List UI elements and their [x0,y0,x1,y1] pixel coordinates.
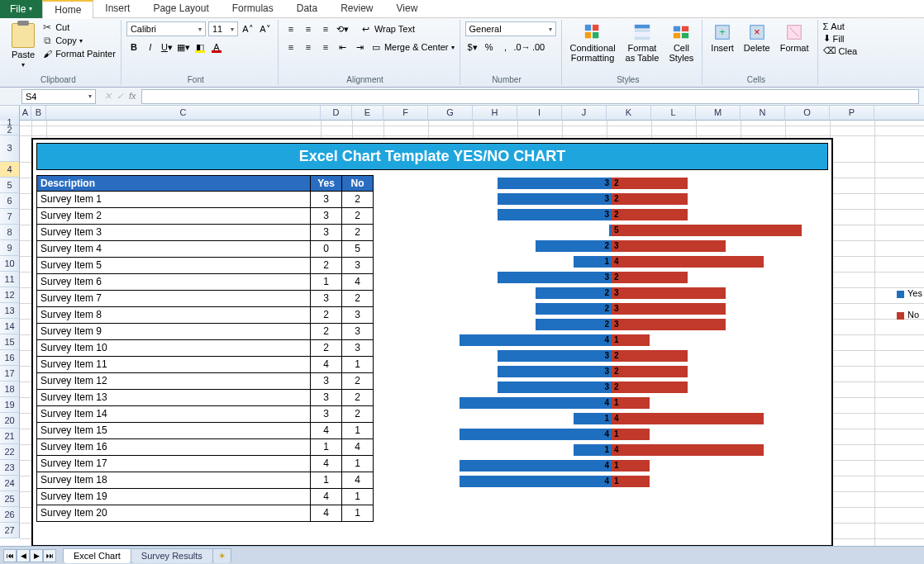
cell-no[interactable]: 1 [342,423,374,439]
spreadsheet-grid[interactable]: ABCDEFGHIJKLMNOP 12345678910111213141516… [0,106,924,552]
ribbon-tab-page-layout[interactable]: Page Layout [141,0,220,18]
border-button[interactable]: ▦▾ [176,40,191,55]
cell-yes[interactable]: 3 [311,390,342,406]
ribbon-tab-view[interactable]: View [385,0,430,18]
column-header-M[interactable]: M [696,106,741,121]
cell-no[interactable]: 4 [342,472,374,489]
row-header-15[interactable]: 15 [0,334,20,350]
table-row[interactable]: Survey Item 1614 [37,439,374,456]
formula-input[interactable] [141,89,919,104]
cell-description[interactable]: Survey Item 9 [37,324,311,340]
row-header-16[interactable]: 16 [0,350,20,366]
row-header-20[interactable]: 20 [0,413,20,429]
cell-no[interactable]: 3 [342,340,374,357]
cell-description[interactable]: Survey Item 3 [37,225,311,241]
row-header-18[interactable]: 18 [0,382,20,397]
percent-button[interactable]: % [482,40,497,55]
wrap-text-button[interactable]: ↩Wrap Text [360,23,415,35]
underline-button[interactable]: U▾ [160,40,174,55]
row-header-26[interactable]: 26 [0,507,20,523]
cell-description[interactable]: Survey Item 11 [37,357,311,373]
fill-button[interactable]: ⬇ Fill [823,33,845,44]
table-row[interactable]: Survey Item 732 [37,291,374,307]
row-header-24[interactable]: 24 [0,476,20,491]
autosum-button[interactable]: Σ Aut [823,21,845,31]
table-row[interactable]: Survey Item 1941 [37,489,374,505]
cell-description[interactable]: Survey Item 7 [37,291,311,307]
cell-no[interactable]: 3 [342,324,374,340]
align-bottom-button[interactable]: ≡ [318,21,333,36]
row-header-23[interactable]: 23 [0,460,20,476]
column-header-J[interactable]: J [562,106,607,121]
table-row[interactable]: Survey Item 132 [37,192,374,208]
cell-no[interactable]: 2 [342,192,374,208]
fill-color-button[interactable]: ◧ [193,40,207,55]
row-header-13[interactable]: 13 [0,303,20,319]
cell-yes[interactable]: 3 [311,373,342,390]
orientation-button[interactable]: ⟲▾ [336,21,350,36]
copy-button[interactable]: Copy▾ [41,35,116,46]
cell-description[interactable]: Survey Item 14 [37,406,311,423]
column-header-C[interactable]: C [46,106,321,121]
insert-cells-button[interactable]: +Insert [707,21,737,55]
table-row[interactable]: Survey Item 1023 [37,340,374,357]
table-row[interactable]: Survey Item 923 [37,324,374,340]
table-row[interactable]: Survey Item 1814 [37,472,374,489]
ribbon-tab-review[interactable]: Review [329,0,384,18]
cell-no[interactable]: 3 [342,307,374,324]
cell-description[interactable]: Survey Item 2 [37,208,311,225]
row-header-22[interactable]: 22 [0,444,20,460]
table-row[interactable]: Survey Item 823 [37,307,374,324]
align-left-button[interactable]: ≡ [283,40,298,55]
cell-no[interactable]: 1 [342,489,374,505]
shrink-font-button[interactable]: A˅ [258,21,273,36]
cell-description[interactable]: Survey Item 16 [37,439,311,456]
cell-description[interactable]: Survey Item 1 [37,192,311,208]
table-row[interactable]: Survey Item 1232 [37,373,374,390]
cell-description[interactable]: Survey Item 19 [37,489,311,505]
cell-yes[interactable]: 2 [311,258,342,274]
cell-description[interactable]: Survey Item 18 [37,472,311,489]
paste-button[interactable]: Paste ▾ [8,21,38,70]
ribbon-tab-formulas[interactable]: Formulas [221,0,285,18]
ribbon-tab-home[interactable]: Home [42,0,93,19]
new-sheet-tab[interactable]: ✶ [212,548,231,563]
indent-increase-button[interactable]: ⇥ [353,40,368,55]
name-box[interactable]: S4 [21,89,96,104]
row-header-3[interactable]: 3 [0,135,20,162]
cell-no[interactable]: 1 [342,505,374,522]
row-header-4[interactable]: 4 [0,162,20,178]
cell-no[interactable]: 4 [342,439,374,456]
row-header-9[interactable]: 9 [0,240,20,256]
cell-yes[interactable]: 2 [311,324,342,340]
row-header-14[interactable]: 14 [0,319,20,334]
table-row[interactable]: Survey Item 1141 [37,357,374,373]
cell-yes[interactable]: 4 [311,456,342,472]
cell-yes[interactable]: 4 [311,423,342,439]
row-header-11[interactable]: 11 [0,272,20,287]
increase-decimal-button[interactable]: .0→ [515,40,530,55]
row-header-21[interactable]: 21 [0,429,20,444]
table-row[interactable]: Survey Item 332 [37,225,374,241]
row-header-10[interactable]: 10 [0,256,20,272]
cell-description[interactable]: Survey Item 12 [37,373,311,390]
grow-font-button[interactable]: A˄ [241,21,255,36]
number-format-select[interactable]: General [465,21,556,36]
row-header-25[interactable]: 25 [0,491,20,507]
cell-yes[interactable]: 2 [311,340,342,357]
delete-cells-button[interactable]: ×Delete [741,21,774,55]
tab-nav-first[interactable]: ⏮ [3,549,17,562]
tab-nav-next[interactable]: ▶ [30,549,43,562]
cell-no[interactable]: 3 [342,258,374,274]
cell-yes[interactable]: 2 [311,307,342,324]
cell-yes[interactable]: 3 [311,192,342,208]
column-header-I[interactable]: I [517,106,562,121]
format-cells-button[interactable]: Format [777,21,812,55]
table-row[interactable]: Survey Item 232 [37,208,374,225]
font-name-select[interactable]: Calibri [126,21,206,36]
cell-yes[interactable]: 3 [311,225,342,241]
currency-button[interactable]: $▾ [465,40,480,55]
table-row[interactable]: Survey Item 1332 [37,390,374,406]
row-header-19[interactable]: 19 [0,397,20,413]
cell-yes[interactable]: 4 [311,489,342,505]
